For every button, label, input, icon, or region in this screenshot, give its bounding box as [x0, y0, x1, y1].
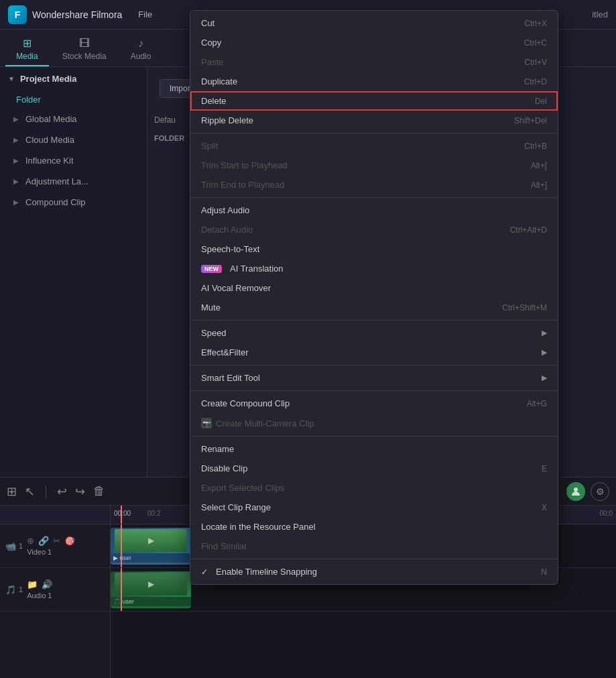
menu-item-ai-translation[interactable]: NEWAI Translation — [190, 259, 558, 278]
audio-folder-icon[interactable]: 📁 — [27, 579, 38, 589]
menu-item-copy[interactable]: CopyCtrl+C — [190, 33, 558, 52]
menu-item-left: Trim End to Playhead — [201, 180, 285, 190]
menu-item-label: Locate in the Resource Panel — [201, 522, 316, 532]
keyboard-shortcut: Ctrl+Shift+M — [502, 303, 547, 313]
delete-icon[interactable]: 🗑 — [93, 484, 105, 498]
keyboard-shortcut: Ctrl+D — [524, 77, 547, 87]
chevron-icon: ▶ — [13, 178, 19, 185]
menu-item-right: Ctrl+Shift+M — [502, 303, 547, 313]
menu-item-right: Alt+] — [531, 180, 547, 190]
sidebar-item-label: Global Media — [25, 114, 77, 124]
video-clip-label: ▶ user — [111, 553, 191, 563]
sidebar-item-global-media[interactable]: ▶ Global Media — [0, 109, 147, 129]
menu-item-speed[interactable]: Speed▶ — [190, 323, 558, 343]
menu-item-ai-vocal-remover[interactable]: AI Vocal Remover — [190, 278, 558, 298]
audio-volume-icon[interactable]: 🔊 — [42, 579, 52, 589]
audio-clip-label: 🎵 user — [111, 597, 191, 606]
menu-item-right: Shift+Del — [514, 116, 547, 125]
keyboard-shortcut: N — [541, 567, 547, 577]
avatar — [566, 482, 585, 501]
menu-item-trim-end-to-playhead: Trim End to PlayheadAlt+] — [190, 175, 558, 194]
file-menu[interactable]: File — [138, 9, 152, 19]
ruler-time-2: 00:2 — [147, 510, 160, 517]
menu-item-disable-clip[interactable]: Disable ClipE — [190, 459, 558, 478]
keyboard-shortcut: Del — [535, 97, 547, 106]
menu-item-smart-edit-tool[interactable]: Smart Edit Tool▶ — [190, 368, 558, 388]
sidebar-item-adjustment[interactable]: ▶ Adjustment La... — [0, 171, 147, 192]
submenu-arrow-icon: ▶ — [542, 374, 547, 382]
playhead-line — [121, 524, 122, 567]
tab-audio[interactable]: ♪ Audio — [120, 34, 162, 66]
sidebar-item-cloud-media[interactable]: ▶ Cloud Media — [0, 129, 147, 150]
new-badge: NEW — [201, 265, 222, 273]
menu-item-rename[interactable]: Rename — [190, 439, 558, 459]
menu-item-right: ▶ — [542, 348, 547, 357]
keyboard-shortcut: X — [542, 503, 547, 512]
menu-separator — [190, 365, 558, 365]
menu-item-label: Export Selected Clips — [201, 483, 284, 493]
sidebar-folder[interactable]: Folder — [0, 91, 147, 109]
keyboard-shortcut: E — [542, 464, 547, 473]
audio-clip[interactable]: 🎵 user — [111, 571, 191, 608]
menu-item-ripple-delete[interactable]: Ripple DeleteShift+Del — [190, 111, 558, 130]
keyboard-shortcut: Ctrl+C — [524, 38, 547, 48]
menu-item-paste: PasteCtrl+V — [190, 52, 558, 72]
menu-item-left: Cut — [201, 18, 214, 28]
tab-media[interactable]: ⊞ Media — [5, 33, 49, 66]
menu-item-label: Trim Start to Playhead — [201, 160, 288, 170]
menu-item-effect&filter[interactable]: Effect&Filter▶ — [190, 343, 558, 362]
tab-stock-media[interactable]: 🎞 Stock Media — [52, 34, 117, 66]
menu-item-left: Speed — [201, 328, 227, 338]
menu-item-left: Rename — [201, 444, 234, 454]
menu-item-right: Alt+G — [527, 399, 547, 408]
target-icon[interactable]: 🎯 — [64, 536, 75, 546]
ruler-time-3: 00:0 — [600, 510, 613, 517]
undo-icon[interactable]: ↩ — [57, 484, 67, 499]
redo-icon[interactable]: ↪ — [75, 484, 85, 499]
menu-item-left: Adjust Audio — [201, 205, 249, 215]
menu-separator — [190, 559, 558, 559]
menu-item-adjust-audio[interactable]: Adjust Audio — [190, 201, 558, 220]
menu-item-select-clip-range[interactable]: Select Clip RangeX — [190, 498, 558, 517]
add-track-icon[interactable]: ⊕ — [27, 536, 34, 546]
menu-item-cut[interactable]: CutCtrl+X — [190, 13, 558, 33]
tab-stock-media-label: Stock Media — [62, 52, 107, 61]
menu-item-label: Enable Timeline Snapping — [216, 567, 317, 577]
menu-item-label: Split — [201, 141, 218, 151]
video-clip[interactable]: ▶ user — [111, 528, 191, 565]
cursor-icon[interactable]: ↖ — [25, 484, 35, 499]
menu-item-right: Ctrl+V — [524, 58, 547, 67]
menu-item-duplicate[interactable]: DuplicateCtrl+D — [190, 72, 558, 91]
settings-icon[interactable]: ⚙ — [591, 482, 609, 501]
menu-item-create-multi-camera-clip: 📷Create Multi-Camera Clip — [190, 413, 558, 433]
cut-icon[interactable]: ✂ — [53, 536, 60, 546]
sidebar-item-influence-kit[interactable]: ▶ Influence Kit — [0, 150, 147, 171]
menu-item-mute[interactable]: MuteCtrl+Shift+M — [190, 298, 558, 317]
link-icon[interactable]: 🔗 — [38, 536, 49, 546]
menu-item-right: Ctrl+B — [524, 142, 547, 151]
menu-separator — [190, 390, 558, 391]
menu-item-right: Del — [535, 97, 547, 106]
menu-item-label: Select Clip Range — [201, 502, 271, 512]
menu-item-locate-in-the-resource-panel[interactable]: Locate in the Resource Panel — [190, 517, 558, 536]
menu-item-right: ▶ — [542, 329, 547, 337]
menu-item-speech-to-text[interactable]: Speech-to-Text — [190, 239, 558, 259]
sidebar-item-label: Adjustment La... — [25, 176, 88, 186]
grid-icon[interactable]: ⊞ — [7, 484, 17, 499]
menu-item-left: Smart Edit Tool — [201, 373, 260, 383]
menu-item-delete[interactable]: DeleteDel — [190, 91, 558, 111]
menu-item-label: Create Compound Clip — [201, 398, 290, 408]
menu-item-left: Detach Audio — [201, 225, 253, 235]
menu-item-left: ✓Enable Timeline Snapping — [201, 567, 317, 577]
video-track-icons: 📹 1 — [5, 541, 23, 551]
menu-item-right: Ctrl+D — [524, 77, 547, 87]
menu-item-left: Duplicate — [201, 76, 237, 87]
keyboard-shortcut: Shift+Del — [514, 116, 547, 125]
sidebar-item-compound-clip[interactable]: ▶ Compound Clip — [0, 192, 147, 213]
media-icon: ⊞ — [23, 37, 32, 50]
menu-item-create-compound-clip[interactable]: Create Compound ClipAlt+G — [190, 394, 558, 413]
menu-item-label: Smart Edit Tool — [201, 373, 260, 383]
menu-item-right: Ctrl+C — [524, 38, 547, 48]
menu-item-label: Effect&Filter — [201, 347, 249, 357]
menu-item-enable-timeline-snapping[interactable]: ✓Enable Timeline SnappingN — [190, 562, 558, 581]
